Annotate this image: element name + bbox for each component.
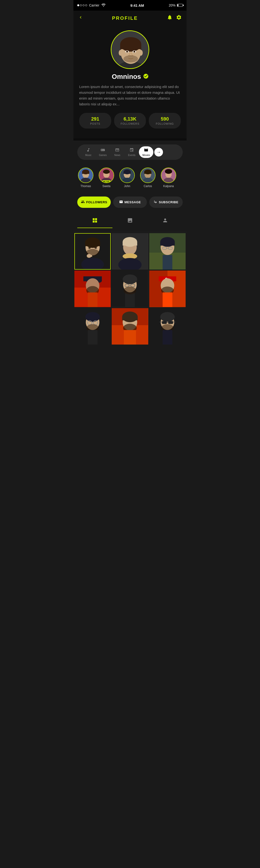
live-dot bbox=[104, 181, 105, 182]
view-grid-button[interactable] bbox=[77, 215, 112, 228]
photo-item-7[interactable] bbox=[74, 308, 111, 345]
tab-music-label: Music bbox=[85, 154, 91, 156]
svg-rect-107 bbox=[168, 321, 173, 324]
events-icon bbox=[129, 148, 134, 153]
svg-point-14 bbox=[123, 55, 138, 62]
carrier-label: Carrier bbox=[89, 3, 100, 7]
header-icons bbox=[167, 14, 182, 22]
svg-rect-71 bbox=[88, 292, 97, 307]
photo-item-3[interactable] bbox=[149, 233, 186, 270]
message-icon bbox=[119, 200, 123, 205]
story-avatar-kalpana bbox=[161, 167, 176, 183]
following-value: 590 bbox=[151, 116, 179, 122]
tabs-section: Music Games News bbox=[73, 141, 187, 164]
svg-rect-102 bbox=[124, 330, 136, 345]
message-btn-label: MESSAGE bbox=[124, 200, 141, 204]
battery-percent: 20% bbox=[169, 3, 176, 7]
profile-username: Omninos bbox=[112, 73, 141, 81]
followers-value: 6,13K bbox=[116, 116, 144, 122]
signal-dots bbox=[77, 4, 87, 6]
svg-rect-59 bbox=[160, 242, 175, 245]
svg-rect-41 bbox=[85, 243, 100, 246]
thomas-avatar-img bbox=[78, 168, 93, 183]
view-toggle bbox=[73, 213, 187, 232]
view-person-button[interactable] bbox=[148, 215, 183, 228]
battery-icon bbox=[177, 4, 183, 7]
followers-icon bbox=[81, 200, 85, 205]
divider-1 bbox=[73, 138, 187, 141]
story-name-kalpana: Kalpana bbox=[163, 184, 174, 188]
tab-movies[interactable]: Movies bbox=[139, 146, 153, 158]
tab-events[interactable]: Events bbox=[124, 146, 139, 158]
kalpana-avatar-img bbox=[161, 168, 176, 183]
svg-point-13 bbox=[134, 51, 135, 52]
tab-games[interactable]: Games bbox=[96, 146, 110, 158]
story-kalpana[interactable]: Kalpana bbox=[160, 167, 177, 188]
photo-item-5[interactable] bbox=[112, 271, 148, 307]
svg-point-12 bbox=[126, 51, 127, 52]
story-name-john: John bbox=[124, 184, 130, 188]
verified-badge-icon bbox=[143, 73, 148, 80]
music-icon bbox=[86, 148, 90, 153]
svg-point-40 bbox=[85, 238, 100, 248]
followers-btn-label: FOLLOWERS bbox=[86, 200, 107, 204]
person-view-icon bbox=[162, 217, 168, 225]
story-avatar-thomas bbox=[78, 167, 94, 183]
arrow-right-icon: → bbox=[156, 150, 161, 155]
tab-news[interactable]: News bbox=[110, 146, 124, 158]
photo-item-4[interactable] bbox=[74, 271, 111, 307]
tab-movies-label: Movies bbox=[142, 154, 150, 156]
following-label: FOLLOWING bbox=[151, 122, 179, 125]
svg-point-47 bbox=[87, 254, 91, 258]
profile-name-row: Omninos bbox=[112, 73, 148, 81]
status-left: Carrier bbox=[77, 3, 106, 7]
battery-fill bbox=[178, 4, 178, 6]
svg-point-44 bbox=[88, 247, 91, 249]
story-name-thomas: Thomas bbox=[80, 184, 91, 188]
photo-item-1[interactable] bbox=[74, 233, 111, 270]
notification-bell-icon[interactable] bbox=[167, 14, 173, 22]
story-name-carlos: Carlos bbox=[144, 184, 152, 188]
tab-events-label: Events bbox=[128, 154, 136, 156]
settings-gear-icon[interactable] bbox=[176, 14, 182, 22]
message-button[interactable]: MESSAGE bbox=[113, 196, 147, 208]
photo-item-2[interactable] bbox=[112, 233, 148, 270]
view-image-button[interactable] bbox=[112, 215, 148, 228]
avatar-image bbox=[111, 31, 149, 68]
subscribe-button[interactable]: SUBSCRIBE bbox=[149, 196, 183, 208]
svg-point-7 bbox=[139, 50, 143, 56]
posts-value: 291 bbox=[81, 116, 109, 122]
header: PROFILE bbox=[73, 10, 187, 26]
svg-rect-100 bbox=[122, 317, 138, 320]
svg-rect-78 bbox=[125, 292, 135, 307]
action-buttons: FOLLOWERS MESSAGE SUBSCRIBE bbox=[73, 193, 187, 213]
story-john[interactable]: John bbox=[119, 167, 136, 188]
profile-bio: Lorem ipsum dolor sit amet, consectetur … bbox=[79, 84, 181, 107]
movies-icon bbox=[144, 148, 148, 153]
svg-point-74 bbox=[123, 274, 138, 284]
tab-news-label: News bbox=[114, 154, 120, 156]
svg-rect-63 bbox=[162, 255, 172, 270]
tabs-more-button[interactable]: → bbox=[154, 148, 163, 156]
photo-item-9[interactable] bbox=[149, 308, 186, 345]
story-sweta[interactable]: LIVE Sweta bbox=[98, 167, 115, 188]
tab-music[interactable]: Music bbox=[81, 146, 96, 158]
story-thomas[interactable]: Thomas bbox=[77, 167, 94, 188]
photo-item-8[interactable] bbox=[112, 308, 148, 345]
followers-button[interactable]: FOLLOWERS bbox=[77, 196, 111, 208]
story-carlos[interactable]: Carlos bbox=[139, 167, 156, 188]
header-title: PROFILE bbox=[112, 16, 138, 21]
wifi-icon bbox=[101, 3, 106, 7]
story-avatar-john bbox=[119, 167, 135, 183]
svg-point-22 bbox=[103, 169, 110, 174]
profile-avatar bbox=[111, 30, 149, 69]
svg-rect-27 bbox=[123, 172, 131, 174]
svg-rect-51 bbox=[123, 242, 138, 245]
back-button[interactable] bbox=[78, 15, 83, 21]
live-badge-sweta: LIVE bbox=[102, 180, 111, 183]
photo-item-6[interactable]: C bbox=[149, 271, 186, 307]
story-name-sweta: Sweta bbox=[102, 184, 110, 188]
dot-3 bbox=[82, 4, 84, 6]
stories-section: Thomas LIVE Sweta bbox=[73, 164, 187, 193]
svg-rect-5 bbox=[120, 44, 141, 49]
